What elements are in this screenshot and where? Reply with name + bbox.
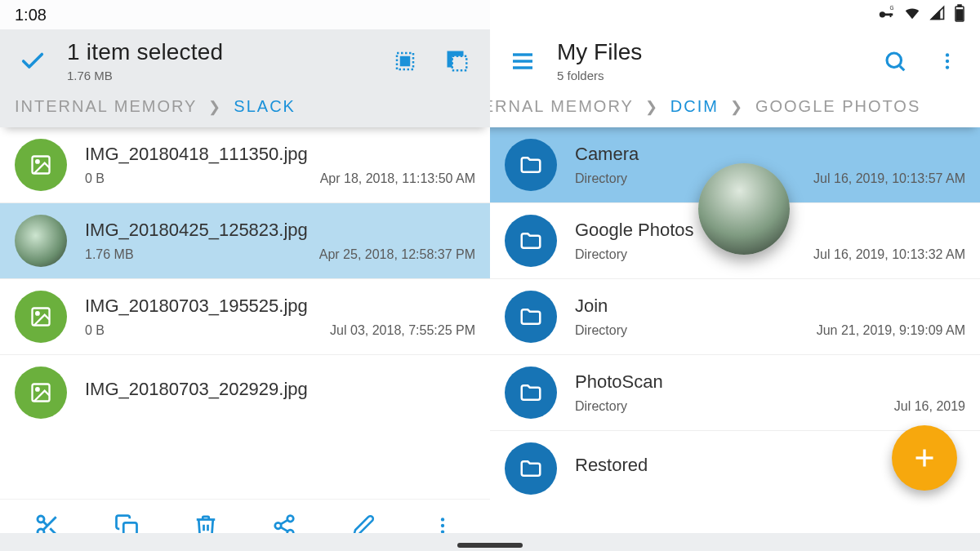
folder-name: PhotoScan bbox=[575, 371, 965, 393]
chevron-right-icon: ❯ bbox=[208, 98, 222, 116]
chevron-right-icon: ❯ bbox=[645, 98, 659, 116]
folder-icon bbox=[505, 291, 557, 343]
folder-list-right[interactable]: Camera Directory Jul 16, 2019, 10:13:57 … bbox=[490, 127, 980, 551]
svg-rect-30 bbox=[957, 10, 963, 20]
svg-point-22 bbox=[440, 523, 443, 527]
svg-point-7 bbox=[36, 312, 39, 315]
folder-count: 5 folders bbox=[557, 69, 642, 82]
svg-line-19 bbox=[281, 527, 288, 531]
folder-icon bbox=[505, 442, 557, 495]
file-date: Apr 18, 2018, 11:13:50 AM bbox=[320, 171, 475, 186]
folder-date: Jun 21, 2019, 9:19:09 AM bbox=[817, 323, 965, 338]
folder-date: Jul 16, 2019, 10:13:32 AM bbox=[813, 247, 965, 262]
svg-rect-26 bbox=[890, 13, 892, 17]
image-icon bbox=[15, 367, 67, 419]
folder-row[interactable]: Join Directory Jun 21, 2019, 9:19:09 AM bbox=[490, 278, 980, 354]
add-button[interactable] bbox=[892, 425, 957, 491]
image-thumbnail bbox=[15, 215, 67, 267]
svg-point-36 bbox=[946, 53, 949, 56]
svg-point-17 bbox=[275, 522, 282, 529]
battery-icon bbox=[954, 4, 965, 26]
file-date: Jul 03, 2018, 7:55:25 PM bbox=[330, 323, 475, 338]
folder-icon bbox=[505, 139, 557, 191]
selection-size: 1.76 MB bbox=[67, 69, 223, 82]
crumb-internal-memory[interactable]: NTERNAL MEMORY bbox=[490, 97, 634, 116]
breadcrumb-left: INTERNAL MEMORY ❯ SLACK bbox=[0, 91, 490, 127]
wifi-icon bbox=[903, 4, 921, 26]
svg-point-9 bbox=[36, 388, 39, 391]
file-size: 0 B bbox=[85, 171, 105, 186]
crumb-slack[interactable]: SLACK bbox=[234, 97, 296, 116]
status-bar-left: 1:08 bbox=[0, 0, 490, 29]
file-size: 0 B bbox=[85, 323, 105, 338]
vpn-key-icon: G bbox=[877, 4, 895, 26]
svg-point-21 bbox=[440, 518, 443, 521]
crumb-dcim[interactable]: DCIM bbox=[670, 97, 719, 116]
svg-line-35 bbox=[900, 65, 904, 69]
folder-type: Directory bbox=[575, 399, 627, 414]
svg-point-5 bbox=[36, 160, 39, 163]
file-size: 1.76 MB bbox=[85, 247, 134, 262]
overflow-menu-button[interactable] bbox=[929, 43, 965, 79]
folder-row[interactable]: Camera Directory Jul 16, 2019, 10:13:57 … bbox=[490, 127, 980, 202]
select-all-button[interactable] bbox=[387, 43, 423, 79]
gesture-handle[interactable] bbox=[457, 543, 523, 548]
image-icon bbox=[15, 291, 67, 343]
selection-title: 1 item selected bbox=[67, 39, 223, 65]
file-row[interactable]: IMG_20180425_125823.jpg 1.76 MB Apr 25, … bbox=[0, 203, 490, 279]
svg-point-37 bbox=[946, 59, 949, 62]
folder-date: Jul 16, 2019, 10:13:57 AM bbox=[813, 171, 965, 186]
svg-point-34 bbox=[887, 53, 902, 68]
folder-type: Directory bbox=[575, 171, 627, 186]
file-row[interactable]: IMG_20180418_111350.jpg 0 B Apr 18, 2018… bbox=[0, 127, 490, 203]
svg-point-10 bbox=[38, 516, 44, 522]
image-icon bbox=[15, 139, 67, 191]
system-nav-area bbox=[0, 533, 980, 551]
app-title: My Files bbox=[557, 39, 642, 65]
svg-rect-25 bbox=[884, 13, 893, 16]
search-button[interactable] bbox=[877, 43, 913, 79]
folder-icon bbox=[505, 367, 557, 419]
appbar-right: My Files 5 folders bbox=[490, 29, 980, 91]
folder-type: Directory bbox=[575, 247, 627, 262]
svg-line-14 bbox=[43, 521, 47, 525]
file-date: Apr 25, 2018, 12:58:37 PM bbox=[319, 247, 475, 262]
svg-text:G: G bbox=[890, 5, 894, 11]
folder-name: Join bbox=[575, 295, 965, 317]
file-name: IMG_20180418_111350.jpg bbox=[85, 144, 475, 165]
folder-row[interactable]: PhotoScan Directory Jul 16, 2019 bbox=[490, 354, 980, 430]
svg-point-38 bbox=[946, 65, 949, 69]
folder-icon bbox=[505, 215, 557, 267]
signal-icon bbox=[929, 5, 946, 25]
folder-type: Directory bbox=[575, 323, 627, 338]
folder-date: Jul 16, 2019 bbox=[894, 399, 965, 414]
svg-point-24 bbox=[880, 11, 885, 17]
file-name: IMG_20180425_125823.jpg bbox=[85, 220, 475, 241]
svg-line-20 bbox=[281, 520, 288, 524]
confirm-selection-button[interactable] bbox=[15, 43, 51, 79]
svg-rect-3 bbox=[452, 56, 467, 70]
folder-name: Camera bbox=[575, 144, 965, 165]
breadcrumb-right: NTERNAL MEMORY ❯ DCIM ❯ GOOGLE PHOTOS bbox=[490, 91, 980, 127]
file-row[interactable]: IMG_20180703_202929.jpg bbox=[0, 355, 490, 430]
folder-name: Google Photos bbox=[575, 220, 965, 241]
crumb-google-photos[interactable]: GOOGLE PHOTOS bbox=[755, 97, 920, 116]
file-row[interactable]: IMG_20180703_195525.jpg 0 B Jul 03, 2018… bbox=[0, 279, 490, 355]
file-name: IMG_20180703_195525.jpg bbox=[85, 295, 475, 317]
svg-rect-29 bbox=[958, 5, 961, 7]
chevron-right-icon: ❯ bbox=[730, 98, 744, 116]
file-name: IMG_20180703_202929.jpg bbox=[85, 379, 475, 400]
svg-point-16 bbox=[287, 515, 294, 522]
clock: 1:08 bbox=[15, 6, 47, 24]
select-inverse-button[interactable] bbox=[439, 43, 475, 79]
file-list-left[interactable]: IMG_20180418_111350.jpg 0 B Apr 18, 2018… bbox=[0, 127, 490, 499]
folder-row[interactable]: Google Photos Directory Jul 16, 2019, 10… bbox=[490, 202, 980, 278]
menu-button[interactable] bbox=[505, 43, 541, 79]
status-bar-right: G bbox=[490, 0, 980, 29]
crumb-internal-memory[interactable]: INTERNAL MEMORY bbox=[15, 97, 197, 116]
svg-rect-1 bbox=[401, 57, 409, 65]
appbar-selection: 1 item selected 1.76 MB bbox=[0, 29, 490, 91]
